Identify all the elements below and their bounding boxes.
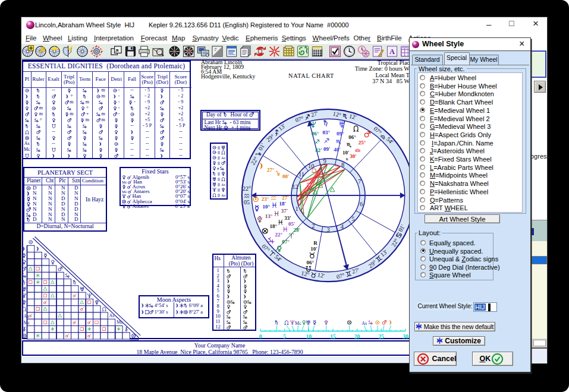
- svg-text:27': 27': [282, 194, 289, 200]
- svg-text:18': 18': [279, 200, 286, 206]
- svg-text:09°: 09°: [336, 130, 344, 136]
- svg-text:As: As: [361, 321, 367, 326]
- svg-text:10°: 10°: [262, 204, 270, 210]
- svg-text:37': 37': [281, 207, 288, 213]
- svg-text:33': 33': [284, 215, 291, 221]
- svg-text:6: 6: [359, 201, 362, 207]
- svg-text:9: 9: [323, 158, 326, 165]
- svg-text:3: 3: [326, 226, 329, 233]
- svg-text:06°: 06°: [311, 131, 319, 137]
- svg-text:8: 8: [341, 161, 344, 167]
- svg-text:42': 42': [315, 147, 322, 153]
- svg-text:12': 12': [317, 271, 325, 279]
- svg-text:10': 10': [310, 245, 317, 251]
- svg-text:R: R: [313, 240, 317, 246]
- svg-text:A: A: [389, 48, 395, 56]
- svg-text:As: As: [24, 314, 29, 319]
- svg-text:20: 20: [354, 334, 360, 340]
- svg-text:10': 10': [342, 149, 350, 155]
- svg-text:18°: 18°: [269, 223, 277, 229]
- svg-text:40': 40': [334, 147, 341, 153]
- svg-text:Mc: Mc: [117, 320, 123, 325]
- svg-text:11: 11: [298, 170, 304, 177]
- svg-text:4: 4: [340, 223, 344, 230]
- svg-text:06°: 06°: [306, 259, 314, 265]
- svg-text:30: 30: [403, 334, 408, 340]
- svg-text:Mc: Mc: [295, 321, 301, 326]
- svg-text:5: 5: [283, 334, 286, 340]
- svg-text:25: 25: [379, 334, 385, 340]
- svg-text:03°: 03°: [322, 129, 330, 135]
- svg-text:5: 5: [351, 215, 354, 222]
- svg-text:2: 2: [312, 223, 315, 229]
- svg-text:10: 10: [308, 162, 315, 169]
- svg-text:12: 12: [292, 183, 298, 189]
- svg-text:23°: 23°: [261, 195, 269, 201]
- svg-text:As: As: [109, 313, 115, 318]
- svg-text:0: 0: [259, 334, 262, 340]
- svg-text:07°: 07°: [282, 239, 290, 245]
- svg-text:25°: 25°: [358, 139, 366, 145]
- svg-text:Mc: Mc: [24, 320, 30, 325]
- svg-text:10: 10: [306, 334, 312, 340]
- svg-text:06°: 06°: [348, 134, 356, 140]
- svg-text:13°: 13°: [265, 213, 272, 219]
- svg-text:22°: 22°: [243, 185, 251, 192]
- svg-text:28': 28': [293, 226, 300, 232]
- svg-text:27°: 27°: [266, 166, 274, 172]
- svg-text:30': 30': [350, 153, 357, 159]
- svg-text:1: 1: [295, 206, 298, 212]
- svg-text:15: 15: [330, 334, 336, 340]
- svg-text:7: 7: [358, 178, 361, 185]
- svg-text:R: R: [345, 156, 348, 161]
- svg-text:22°: 22°: [275, 231, 282, 237]
- svg-text:05: 05: [244, 199, 250, 206]
- svg-text:00': 00': [282, 173, 289, 179]
- svg-text:09': 09': [323, 146, 330, 152]
